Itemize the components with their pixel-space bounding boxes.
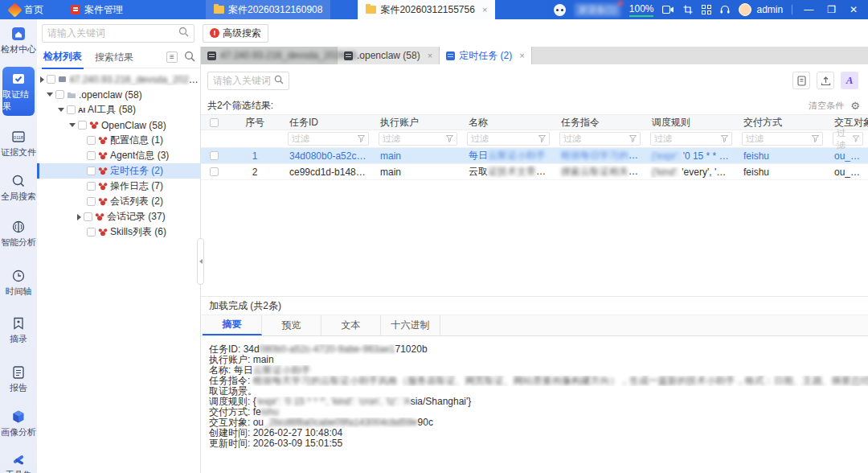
- username[interactable]: admin: [756, 4, 783, 15]
- sidebar-item-evidence-center[interactable]: 检材中心: [0, 26, 37, 56]
- table-row[interactable]: 1 34d080b0-a52c-4720-9... main 每日云聚证小助手 …: [201, 148, 868, 164]
- col-delivery[interactable]: 交付方式: [737, 116, 828, 130]
- tree-item-session-list[interactable]: 会话列表 (2): [37, 194, 200, 209]
- sidebar-item-report[interactable]: 报告: [0, 364, 37, 394]
- upload-icon[interactable]: [817, 72, 834, 89]
- detail-tab-text[interactable]: 文本: [321, 315, 381, 335]
- checkbox[interactable]: [87, 228, 96, 236]
- gear-icon[interactable]: ⚙: [850, 100, 860, 112]
- tree-item-agent-info[interactable]: Agent信息 (3): [37, 148, 200, 163]
- sidebar-item-toolkit[interactable]: 工具集: [0, 451, 37, 473]
- table-row[interactable]: 2 ce99cd1d-b148-4c95-8... main 云取证技术文章采集…: [201, 164, 868, 180]
- keyword-search-input[interactable]: 请输入关键词: [42, 24, 194, 43]
- expand-icon[interactable]: [40, 76, 44, 83]
- checkbox[interactable]: [78, 121, 87, 130]
- case-tab-20260312160908[interactable]: 案件20260312160908: [206, 0, 330, 19]
- row-checkbox[interactable]: [210, 151, 219, 160]
- sidebar-item-smart-analysis[interactable]: 智能分析: [0, 219, 37, 249]
- maximize-button[interactable]: ❐: [825, 4, 838, 15]
- tree-item-openclaw[interactable]: OpenClaw (58): [37, 117, 200, 133]
- nav-home[interactable]: 首页: [3, 0, 50, 19]
- checkbox[interactable]: [84, 212, 92, 221]
- panel-collapse-handle[interactable]: [197, 238, 204, 285]
- detail-tab-preview[interactable]: 预览: [262, 315, 321, 335]
- tree-item-session-records[interactable]: 会话记录 (37): [37, 209, 200, 224]
- col-name[interactable]: 名称: [462, 116, 555, 130]
- filter-input-instruction[interactable]: 过滤: [559, 132, 641, 146]
- detail-tab-summary[interactable]: 摘要: [203, 315, 262, 335]
- close-tab-icon[interactable]: ×: [519, 51, 524, 60]
- filter-input-target[interactable]: 过滤: [833, 132, 863, 146]
- nav-case-management[interactable]: 案件管理: [64, 0, 129, 19]
- record-icon[interactable]: [662, 5, 674, 14]
- advanced-search-button[interactable]: ! 高级搜索: [203, 24, 268, 43]
- close-tab-icon[interactable]: ×: [482, 5, 487, 14]
- close-tab-icon[interactable]: ×: [428, 51, 432, 60]
- filter-input-account[interactable]: 过滤: [379, 132, 457, 146]
- minimize-button[interactable]: —: [801, 4, 816, 15]
- tree-item-ai-tools[interactable]: AI AI工具 (58): [37, 102, 200, 117]
- filter-input-task-id[interactable]: 过滤: [288, 132, 369, 146]
- collapse-icon[interactable]: [58, 108, 64, 112]
- task-id-link[interactable]: 34d080b0-a52c-4720-9...: [283, 150, 374, 162]
- new-device-badge[interactable]: 新设备(1): [575, 3, 620, 17]
- tab-evidence-list[interactable]: 检材列表: [42, 46, 84, 69]
- close-button[interactable]: ✕: [847, 4, 860, 15]
- col-seq[interactable]: 序号: [227, 116, 283, 130]
- assistant-icon[interactable]: [554, 4, 566, 16]
- report-icon: [10, 364, 27, 380]
- apps-grid-icon[interactable]: [702, 5, 711, 14]
- col-task-id[interactable]: 任务ID: [283, 116, 374, 130]
- row-checkbox[interactable]: [210, 167, 219, 176]
- tree-search-icon[interactable]: [184, 51, 195, 64]
- col-instruction[interactable]: 任务指令: [555, 116, 645, 130]
- tree-item-openclaw-dir[interactable]: .openclaw (58): [37, 87, 200, 102]
- checkbox[interactable]: [87, 151, 96, 160]
- table-keyword-input[interactable]: 请输入关键词: [207, 72, 289, 90]
- search-icon[interactable]: [274, 75, 284, 87]
- sidebar-item-timeline[interactable]: 时间轴: [0, 268, 37, 298]
- checkbox[interactable]: [87, 197, 96, 206]
- sidebar-item-evidence-files[interactable]: 0118 证据文件: [0, 129, 37, 158]
- checkbox[interactable]: [87, 182, 96, 191]
- content-tab-scheduled-tasks[interactable]: 定时任务 (2) ×: [440, 47, 531, 64]
- export-report-icon[interactable]: [792, 72, 810, 89]
- content-tab-device[interactable]: 47.240.93.216_devsda_202603... ×: [201, 47, 338, 64]
- tree-item-device-root[interactable]: 47.240.93.216_devsda_202603110283...: [37, 72, 200, 87]
- checkbox[interactable]: [87, 136, 96, 145]
- tree-item-scheduled-tasks[interactable]: 定时任务 (2): [37, 163, 200, 179]
- checkbox[interactable]: [87, 167, 96, 175]
- collapse-icon[interactable]: [47, 93, 53, 97]
- zoom-level[interactable]: 100%: [629, 3, 654, 17]
- list-view-icon[interactable]: ≡: [166, 51, 178, 63]
- search-icon[interactable]: [178, 27, 189, 39]
- claw-icon: [98, 151, 108, 161]
- filter-input-rule[interactable]: 过滤: [650, 132, 732, 146]
- tree-item-config-info[interactable]: 配置信息 (1): [37, 133, 200, 148]
- tab-search-results[interactable]: 搜索结果: [93, 47, 135, 68]
- sidebar-item-global-search[interactable]: 全局搜索: [0, 173, 37, 203]
- tree-item-skills-list[interactable]: Skills列表 (6): [37, 224, 200, 240]
- checkbox[interactable]: [55, 90, 64, 99]
- filter-input-name[interactable]: 过滤: [467, 132, 550, 146]
- tree-item-operation-logs[interactable]: 操作日志 (7): [37, 179, 200, 194]
- screenshot-icon[interactable]: [683, 5, 693, 14]
- filter-input-delivery[interactable]: 过滤: [742, 132, 823, 146]
- checkbox[interactable]: [67, 105, 76, 114]
- headset-icon[interactable]: [720, 5, 730, 14]
- clear-filters-link[interactable]: 清空条件: [809, 100, 844, 112]
- col-schedule-rule[interactable]: 调度规则: [645, 116, 737, 130]
- sidebar-item-excerpts[interactable]: 摘录: [0, 315, 37, 345]
- case-tab-20260312155756[interactable]: 案件20260312155756 ×: [358, 0, 495, 19]
- checkbox[interactable]: [47, 75, 55, 84]
- sidebar-item-forensic-results[interactable]: 取证结果: [2, 67, 35, 116]
- col-account[interactable]: 执行账户: [374, 116, 462, 130]
- task-id-link[interactable]: ce99cd1d-b148-4c95-8...: [283, 167, 374, 178]
- expand-icon[interactable]: [77, 214, 81, 220]
- sidebar-item-profile-analysis[interactable]: 画像分析: [0, 409, 37, 438]
- ai-assistant-button[interactable]: A: [841, 72, 858, 89]
- collapse-icon[interactable]: [69, 123, 76, 127]
- user-avatar[interactable]: [739, 3, 751, 16]
- select-all-checkbox[interactable]: [210, 118, 219, 127]
- detail-tab-hex[interactable]: 十六进制: [381, 315, 440, 335]
